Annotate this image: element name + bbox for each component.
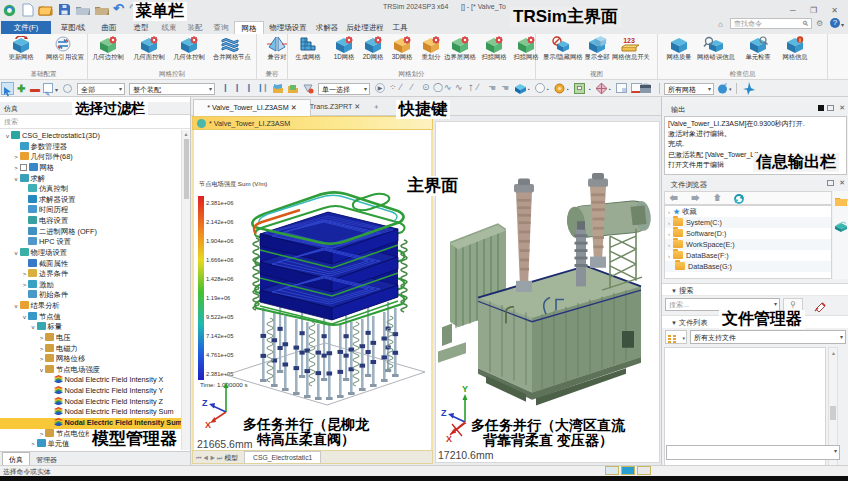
svg-text:9.522e+05: 9.522e+05	[206, 314, 234, 320]
svg-text:节点电场强度 Sum (V/m): 节点电场强度 Sum (V/m)	[199, 180, 267, 188]
svg-text:17210.6mm: 17210.6mm	[438, 449, 494, 461]
svg-text:1.904e+06: 1.904e+06	[206, 238, 234, 244]
svg-text:1.428e+06: 1.428e+06	[206, 276, 234, 282]
svg-text:123: 123	[623, 37, 635, 44]
svg-text:Z: Z	[202, 398, 208, 408]
svg-text:4.761e+05: 4.761e+05	[206, 352, 234, 358]
svg-text:Time: 1.000000 s: Time: 1.000000 s	[200, 381, 248, 388]
svg-text:Y: Y	[462, 384, 468, 394]
svg-text:7.142e+05: 7.142e+05	[206, 333, 234, 339]
svg-text:1.19e+06: 1.19e+06	[206, 295, 230, 301]
svg-text:2.142e+06: 2.142e+06	[206, 219, 234, 225]
svg-text:X: X	[205, 420, 211, 430]
svg-text:1.666e+06: 1.666e+06	[206, 257, 234, 263]
svg-text:2.381e+06: 2.381e+06	[206, 200, 234, 206]
svg-text:Z: Z	[441, 408, 447, 418]
